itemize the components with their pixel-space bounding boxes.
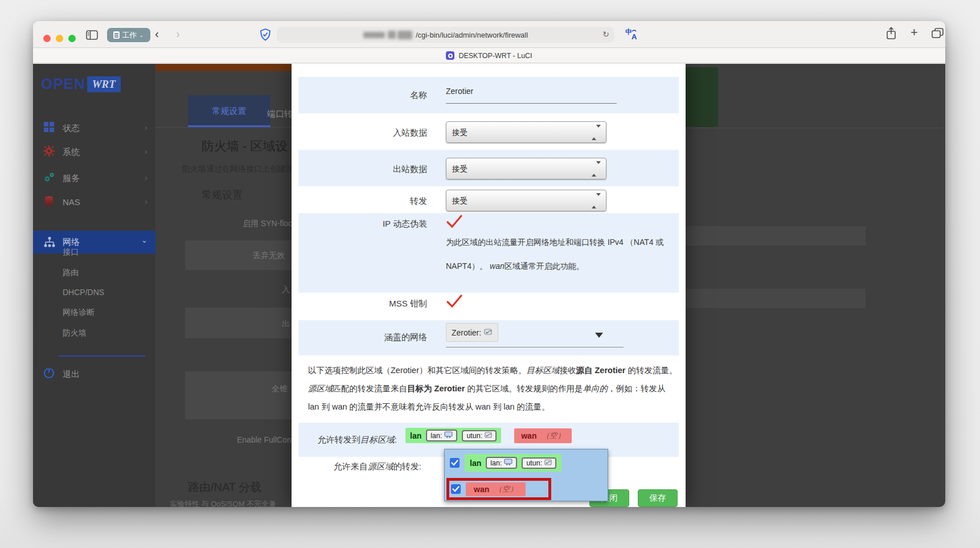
drop-invalid-label: 丢弃无效: [253, 251, 285, 261]
interface-label: utun:: [466, 432, 482, 440]
luci-header-strip: [155, 64, 292, 71]
select-stepper-icon: [592, 164, 601, 174]
zone-name: wan: [521, 431, 536, 440]
zone-badge-wan[interactable]: wan （空）: [466, 482, 526, 496]
zone-name: lan: [410, 431, 421, 440]
sidebar-item-status[interactable]: 状态 ›: [33, 120, 155, 137]
forward-button[interactable]: ›: [176, 27, 180, 40]
redacted-host-blur: [397, 31, 412, 39]
share-icon[interactable]: [886, 27, 896, 42]
page-content: OPEN WRT 状态 › 系统 › 服: [33, 64, 945, 507]
save-button[interactable]: 保存: [638, 489, 678, 507]
covered-networks-label: 涵盖的网络: [292, 332, 427, 343]
sidebar-subitem-diagnostics[interactable]: 网络诊断: [63, 308, 95, 318]
output-label-partial: 出: [282, 319, 290, 329]
interface-chip-lan: lan:: [426, 430, 457, 441]
sidebar-item-system[interactable]: 系统 ›: [33, 144, 155, 161]
logo-wrt-text: WRT: [87, 76, 121, 92]
tab-overview-icon[interactable]: [932, 28, 944, 41]
translate-icon[interactable]: 中A: [625, 28, 638, 42]
tunnel-interface-icon: [544, 459, 552, 467]
sidebar-item-nas[interactable]: NAS ›: [33, 194, 155, 211]
input-policy-select[interactable]: 接受: [446, 121, 606, 143]
url-path-text: /cgi-bin/luci/admin/network/firewall: [416, 31, 528, 39]
reload-icon[interactable]: ↻: [602, 30, 609, 39]
annotation-highlight-box: wan （空）: [446, 478, 551, 500]
window-close-button[interactable]: [43, 35, 51, 42]
privacy-shield-icon[interactable]: [260, 28, 271, 43]
masquerade-label: IP 动态伪装: [292, 219, 427, 230]
mss-clamp-checkmark-icon[interactable]: [446, 294, 463, 311]
tab-group-button[interactable]: 工作 ⌄: [107, 28, 150, 42]
interface-label: lan:: [430, 432, 442, 440]
masquerade-checkmark-icon[interactable]: [446, 214, 463, 231]
sidebar-item-label: 网络: [63, 237, 80, 248]
nas-database-icon: [43, 195, 56, 208]
zone-empty-label: （空）: [542, 431, 565, 441]
sidebar-subitem-dhcp-dns[interactable]: DHCP/DNS: [63, 288, 104, 297]
fullcone-cn-label: 全锥: [272, 384, 288, 394]
mss-clamp-label: MSS 钳制: [292, 298, 427, 309]
zone-name: lan: [470, 459, 481, 468]
offload-heading: 路由/NAT 分载: [188, 480, 261, 495]
sidebar-subitem-firewall-active[interactable]: 防火墙: [63, 328, 87, 338]
interface-chip-lan: lan:: [486, 457, 517, 469]
checkbox-wan-checked[interactable]: [451, 484, 461, 494]
svg-text:A: A: [632, 32, 637, 40]
sidebar-toggle-icon[interactable]: [86, 30, 98, 42]
browser-window: 工作 ⌄ ‹ › /cgi-bin/luci/admin/network/fir…: [33, 21, 945, 507]
back-button[interactable]: ‹: [155, 27, 159, 40]
forward-dest-label: 允许转发到目标区域:: [292, 435, 397, 445]
luci-favicon: [446, 51, 454, 60]
openwrt-logo: OPEN WRT: [41, 75, 121, 93]
logout-icon: [43, 367, 56, 380]
sidebar-item-services[interactable]: 服务 ›: [33, 170, 155, 187]
divider: [686, 128, 945, 128]
fullcone-en-label: Enable FullCone: [237, 435, 296, 444]
sidebar-subitem-routes[interactable]: 路由: [63, 268, 79, 278]
interface-label: lan:: [490, 459, 502, 467]
dimmed-action-button: [686, 67, 718, 127]
page-title: DESKTOP-WRT - LuCI: [458, 52, 532, 60]
url-address-bar[interactable]: /cgi-bin/luci/admin/network/firewall ↻: [277, 27, 614, 43]
network-dropdown-caret-icon[interactable]: [595, 333, 603, 338]
tab-group-icon: [113, 31, 120, 39]
zone-badge-lan[interactable]: lan lan: utun:: [405, 428, 501, 443]
chevron-right-icon: ›: [145, 146, 147, 156]
interface-label: utun:: [526, 459, 542, 467]
window-zoom-button[interactable]: [68, 35, 76, 42]
window-minimize-button[interactable]: [56, 35, 63, 42]
new-tab-button[interactable]: +: [911, 25, 918, 40]
sidebar-subitem-interfaces[interactable]: 接口: [63, 247, 79, 257]
tab-general-settings[interactable]: 常规设置: [188, 95, 270, 127]
zone-settings-modal: 名称 Zerotier 入站数据 接受 出站数据 接受 转发 接受 IP 动态伪…: [292, 64, 686, 507]
ethernet-icon: [444, 431, 453, 440]
covered-network-token[interactable]: Zerotier:: [446, 323, 498, 342]
interface-chip-utun: utun:: [462, 430, 497, 441]
experimental-note: 实验特性 与 QoS/SQM 不完全兼: [170, 499, 276, 507]
general-settings-heading: 常规设置: [202, 188, 243, 202]
input-label-partial: 入: [282, 285, 290, 295]
ethernet-icon: [504, 459, 512, 467]
zone-name-input[interactable]: Zerotier: [446, 87, 617, 104]
dropdown-option-lan[interactable]: lan lan: utun:: [450, 454, 561, 472]
tab-group-label: 工作: [122, 30, 137, 40]
forward-policy-label: 转发: [292, 196, 427, 207]
checkbox-lan-checked[interactable]: [450, 458, 460, 468]
redacted-host-blur: [388, 31, 396, 39]
forward-src-label: 允许来自源区域的转发:: [292, 461, 421, 472]
sidebar-item-logout[interactable]: 退出: [33, 366, 155, 383]
chevron-down-icon: ⌄: [139, 32, 143, 38]
output-policy-select[interactable]: 接受: [446, 158, 606, 179]
active-tab-indicator: [188, 125, 270, 127]
services-gears-icon: [43, 171, 56, 184]
name-label: 名称: [292, 90, 427, 101]
zone-badge-wan[interactable]: wan （空）: [514, 428, 572, 443]
sidebar-item-network-active[interactable]: 网络 ⌄: [33, 231, 155, 253]
forward-policy-select[interactable]: 接受: [446, 190, 606, 211]
tunnel-interface-icon: [485, 432, 492, 440]
zone-forwarding-description: 以下选项控制此区域（Zerotier）和其它区域间的转发策略。目标区域接收源自 …: [308, 361, 678, 416]
forward-dest-badges: lan lan: utun: wan （空）: [405, 428, 572, 443]
network-token-label: Zerotier:: [452, 328, 481, 337]
dimmed-row: [686, 289, 866, 308]
